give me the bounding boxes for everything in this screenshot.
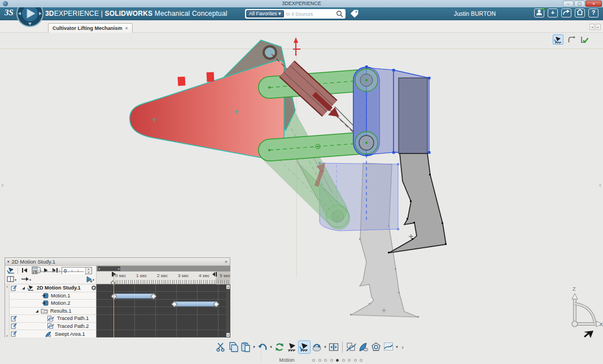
jump-to-start-button[interactable]: [21, 267, 28, 274]
paste-caret[interactable]: ▾: [252, 345, 256, 349]
playback-mode-caret[interactable]: ▾: [29, 278, 31, 282]
vscroll-up-icon[interactable]: ▴: [226, 285, 230, 289]
search-bar[interactable]: All Favorites ▾ In 4 Sources: [245, 9, 346, 19]
tree-scroll-down-icon[interactable]: ▾: [5, 334, 9, 337]
tree-scrollbar[interactable]: ▴ ▾: [5, 284, 10, 337]
layout-caret[interactable]: ▾: [15, 278, 16, 282]
playback-speed-slider[interactable]: [34, 270, 84, 272]
add-content-button[interactable]: +: [548, 8, 558, 17]
timeline-vscrollbar[interactable]: ▴ ▾: [226, 284, 230, 337]
edit-feature-icon[interactable]: [11, 323, 17, 329]
playback-speed-button[interactable]: [86, 276, 93, 283]
plot-results-button[interactable]: [382, 340, 395, 354]
motion-study-icon[interactable]: [7, 266, 15, 275]
search-filter-dropdown[interactable]: All Favorites ▾: [246, 10, 284, 17]
tree-label: Motion.1: [51, 293, 71, 299]
tree-row-motion-1[interactable]: Motion.1: [10, 292, 96, 300]
tree-row-results[interactable]: Results.1: [10, 308, 96, 315]
toolbar-more-button[interactable]: ›: [399, 344, 406, 350]
timeline-playhead[interactable]: [113, 274, 115, 337]
user-profile-button[interactable]: [534, 8, 544, 17]
motion-1-duration-bar[interactable]: [113, 293, 154, 299]
document-tab-bar: Cultivator Lifting Mechanism × ◂ ▸: [0, 20, 603, 33]
motion-study-tool[interactable]: [553, 34, 563, 45]
tree-row-traced-path-2[interactable]: Traced Path.2: [10, 323, 96, 331]
tree-row-swept-area[interactable]: Swept Area.1: [10, 330, 96, 338]
carousel-dot[interactable]: [342, 359, 345, 362]
time-spinner[interactable]: ▴ ▾: [85, 267, 91, 274]
carousel-dot[interactable]: [312, 359, 315, 362]
share-button[interactable]: [561, 8, 571, 17]
left-panel-expand-chevron[interactable]: ›: [1, 181, 3, 189]
search-icon[interactable]: [336, 10, 343, 17]
tree-row-motion-study[interactable]: 2D Motion Study.1: [10, 284, 96, 292]
spinner-down-icon[interactable]: ▾: [86, 271, 91, 274]
speed-caret[interactable]: ▾: [93, 278, 94, 282]
help-button[interactable]: ?: [588, 8, 598, 17]
tree-scroll-up-icon[interactable]: ▴: [6, 284, 8, 288]
restore-button[interactable]: ▢: [574, 1, 585, 7]
playback-mode-button[interactable]: [21, 277, 29, 282]
copy-button[interactable]: [227, 340, 239, 354]
timeline-hscrollbar[interactable]: ◂ ▸: [97, 266, 230, 271]
tab-scroll-right[interactable]: ▸: [596, 24, 601, 30]
paste-button[interactable]: [239, 340, 252, 354]
view-layout-button[interactable]: [7, 276, 14, 282]
panel-close-icon[interactable]: ×: [225, 259, 228, 265]
motion-snapshot-button[interactable]: [370, 340, 382, 354]
motion-2-duration-bar[interactable]: [174, 301, 217, 306]
sketch-tool[interactable]: [566, 34, 576, 45]
carousel-dot[interactable]: [348, 359, 351, 362]
tab-scroll-left[interactable]: ◂: [589, 24, 595, 30]
hscroll-right-icon[interactable]: ▸: [118, 266, 120, 271]
hscroll-left-icon[interactable]: ◂: [98, 266, 100, 271]
gear-icon[interactable]: [91, 285, 97, 291]
tab-cultivator-lifting-mechanism[interactable]: Cultivator Lifting Mechanism ×: [48, 23, 133, 33]
edit-feature-icon[interactable]: [11, 315, 17, 322]
link-lower[interactable]: [268, 143, 366, 151]
motion-study-tree: 2D Motion Study.1 Motion.1 Motion.2: [10, 284, 97, 337]
pan-timeline-button[interactable]: [327, 340, 340, 354]
carousel-dot[interactable]: [360, 359, 362, 362]
vscroll-down-icon[interactable]: ▾: [226, 333, 230, 337]
end-marker-bar[interactable]: [216, 272, 217, 277]
slider-thumb[interactable]: [37, 267, 41, 273]
expand-caret-icon[interactable]: [34, 309, 39, 313]
tree-row-motion-2[interactable]: Motion.2: [10, 300, 96, 308]
carousel-dot[interactable]: [318, 359, 321, 362]
carousel-dot[interactable]: [324, 359, 327, 362]
animate-caret[interactable]: ▾: [323, 345, 327, 349]
tag-icon[interactable]: [350, 10, 359, 18]
edit-feature-icon[interactable]: [11, 331, 17, 337]
calculate-motion-button[interactable]: [286, 340, 298, 354]
traced-path-button[interactable]: [345, 340, 357, 354]
panel-collapse-icon[interactable]: ▾: [7, 260, 10, 264]
motion-study-button[interactable]: [298, 340, 311, 354]
tree-row-traced-path-1[interactable]: Traced Path.1: [10, 315, 96, 323]
carousel-dot[interactable]: [330, 359, 333, 362]
expand-caret-icon[interactable]: [21, 286, 25, 290]
validate-tool[interactable]: [579, 34, 589, 45]
carousel-dot[interactable]: [354, 359, 357, 362]
plot-caret[interactable]: ▾: [395, 345, 399, 349]
tab-close-icon[interactable]: ×: [125, 25, 128, 31]
close-button[interactable]: ×: [585, 1, 602, 7]
edit-feature-icon[interactable]: [11, 285, 17, 291]
carousel-dot[interactable]: [336, 359, 339, 362]
swept-area-button[interactable]: [357, 340, 370, 354]
undo-caret[interactable]: ▾: [269, 345, 273, 349]
motion-panel-titlebar[interactable]: ▾ 2D Motion Study.1 ×: [5, 258, 230, 266]
right-panel-expand-chevron[interactable]: ‹: [599, 181, 601, 189]
cut-button[interactable]: [215, 340, 227, 354]
timeline-hscroll-thumb[interactable]: ◂ ▸: [98, 266, 120, 271]
animate-button[interactable]: [311, 340, 323, 354]
timeline-ruler[interactable]: 0 sec 1 sec 2 sec 3 sec 4 sec 5 sec: [97, 271, 230, 284]
rebuild-button[interactable]: [273, 340, 286, 354]
timeline-end-flag[interactable]: [212, 272, 215, 277]
motion-timeline[interactable]: ◂ ▸ 0 sec 1 sec 2 sec 3 sec 4 sec 5 sec: [97, 266, 230, 337]
home-button[interactable]: [575, 8, 585, 17]
minimize-button[interactable]: –: [563, 1, 574, 7]
undo-button[interactable]: [256, 340, 269, 354]
tree-label: Traced Path.1: [57, 315, 89, 321]
search-input[interactable]: In 4 Sources: [286, 11, 336, 17]
